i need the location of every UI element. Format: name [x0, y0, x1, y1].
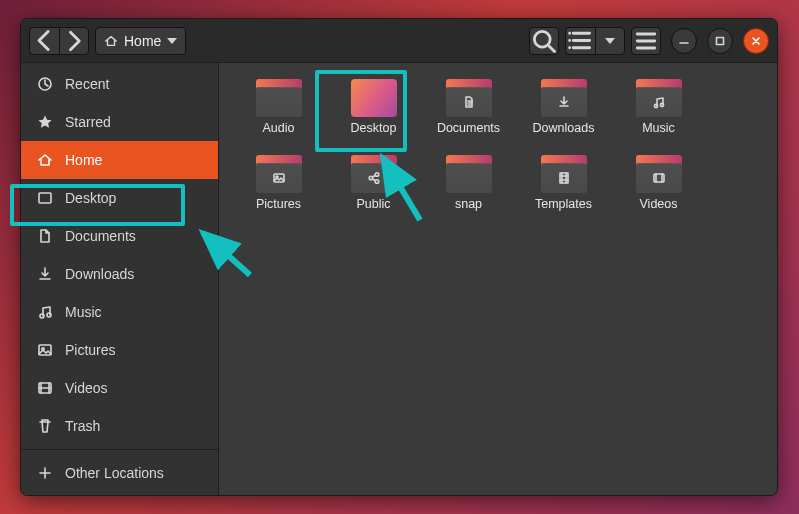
minimize-button[interactable] [671, 28, 697, 54]
trash-icon [37, 418, 53, 434]
svg-rect-6 [39, 345, 51, 355]
sidebar-item-trash[interactable]: Trash [21, 407, 218, 445]
share-glyph-icon [366, 170, 382, 186]
sidebar-item-label: Home [65, 152, 102, 168]
folder-label: Desktop [351, 121, 397, 135]
template-glyph-icon [556, 170, 572, 186]
sidebar-item-downloads[interactable]: Downloads [21, 255, 218, 293]
back-button[interactable] [29, 27, 59, 55]
sidebar-item-label: Videos [65, 380, 108, 396]
picture-glyph-icon [271, 170, 287, 186]
sidebar-separator [21, 449, 218, 450]
svg-rect-11 [274, 174, 284, 182]
folder-music[interactable]: Music [611, 75, 706, 151]
folder-label: Pictures [256, 197, 301, 211]
sidebar-item-label: Trash [65, 418, 100, 434]
list-view-button[interactable] [565, 27, 595, 55]
folder-pictures[interactable]: Pictures [231, 151, 326, 227]
svg-point-0 [534, 31, 550, 47]
folder-icon [541, 79, 587, 117]
hamburger-button[interactable] [631, 27, 661, 55]
folder-icon [256, 155, 302, 193]
sidebar-item-label: Music [65, 304, 102, 320]
folder-label: Audio [263, 121, 295, 135]
forward-button[interactable] [59, 27, 89, 55]
sidebar-item-desktop[interactable]: Desktop [21, 179, 218, 217]
sidebar-item-label: Starred [65, 114, 111, 130]
star-icon [37, 114, 53, 130]
downloads-icon [37, 266, 53, 282]
sidebar-item-pictures[interactable]: Pictures [21, 331, 218, 369]
folder-icon [541, 155, 587, 193]
caret-down-icon [605, 38, 615, 44]
folder-label: Documents [437, 121, 500, 135]
sidebar-item-videos[interactable]: Videos [21, 369, 218, 407]
sidebar-item-documents[interactable]: Documents [21, 217, 218, 255]
content-grid: Audio Desktop Documents Downloads [219, 63, 777, 495]
home-icon [37, 152, 53, 168]
folder-label: Public [356, 197, 390, 211]
maximize-button[interactable] [707, 28, 733, 54]
folder-desktop[interactable]: Desktop [326, 75, 421, 151]
chevron-right-icon [60, 27, 88, 55]
sidebar-item-label: Recent [65, 76, 109, 92]
music-glyph-icon [651, 94, 667, 110]
plus-icon [37, 465, 53, 481]
folder-icon [446, 155, 492, 193]
close-button[interactable] [743, 28, 769, 54]
folder-label: snap [455, 197, 482, 211]
nav-group [29, 27, 89, 55]
sidebar-item-label: Downloads [65, 266, 134, 282]
minimize-icon [678, 35, 690, 47]
folder-audio[interactable]: Audio [231, 75, 326, 151]
maximize-icon [714, 35, 726, 47]
chevron-left-icon [30, 26, 59, 55]
search-button[interactable] [529, 27, 559, 55]
sidebar-item-home[interactable]: Home [21, 141, 218, 179]
sidebar-item-label: Desktop [65, 190, 116, 206]
clock-icon [37, 76, 53, 92]
sidebar-item-label: Documents [65, 228, 136, 244]
folder-videos[interactable]: Videos [611, 151, 706, 227]
folder-icon [446, 79, 492, 117]
svg-rect-3 [39, 193, 51, 203]
folder-label: Music [642, 121, 675, 135]
download-glyph-icon [556, 94, 572, 110]
folder-icon [636, 79, 682, 117]
file-manager-window: Home [20, 18, 778, 496]
folder-downloads[interactable]: Downloads [516, 75, 611, 151]
video-glyph-icon [651, 170, 667, 186]
folder-icon [256, 79, 302, 117]
folder-snap[interactable]: snap [421, 151, 516, 227]
location-bar[interactable]: Home [95, 27, 186, 55]
documents-icon [37, 228, 53, 244]
toolbar: Home [21, 19, 777, 63]
folder-label: Templates [535, 197, 592, 211]
pictures-icon [37, 342, 53, 358]
folder-label: Downloads [533, 121, 595, 135]
sidebar: Recent Starred Home Desktop Documents Do… [21, 63, 219, 495]
svg-rect-1 [717, 37, 724, 44]
sidebar-item-other-locations[interactable]: Other Locations [21, 454, 218, 492]
sidebar-item-music[interactable]: Music [21, 293, 218, 331]
folder-documents[interactable]: Documents [421, 75, 516, 151]
doc-glyph-icon [461, 94, 477, 110]
caret-down-icon [167, 38, 177, 44]
folder-public[interactable]: Public [326, 151, 421, 227]
folder-label: Videos [640, 197, 678, 211]
view-options-button[interactable] [595, 27, 625, 55]
body: Recent Starred Home Desktop Documents Do… [21, 63, 777, 495]
list-icon [566, 26, 595, 55]
close-icon [750, 35, 762, 47]
desktop-thumb-icon [351, 79, 397, 117]
folder-templates[interactable]: Templates [516, 151, 611, 227]
videos-icon [37, 380, 53, 396]
sidebar-item-recent[interactable]: Recent [21, 65, 218, 103]
hamburger-icon [632, 27, 660, 55]
folder-icon [351, 155, 397, 193]
view-group [565, 27, 625, 55]
sidebar-item-label: Pictures [65, 342, 116, 358]
svg-point-4 [40, 314, 44, 318]
music-icon [37, 304, 53, 320]
sidebar-item-starred[interactable]: Starred [21, 103, 218, 141]
